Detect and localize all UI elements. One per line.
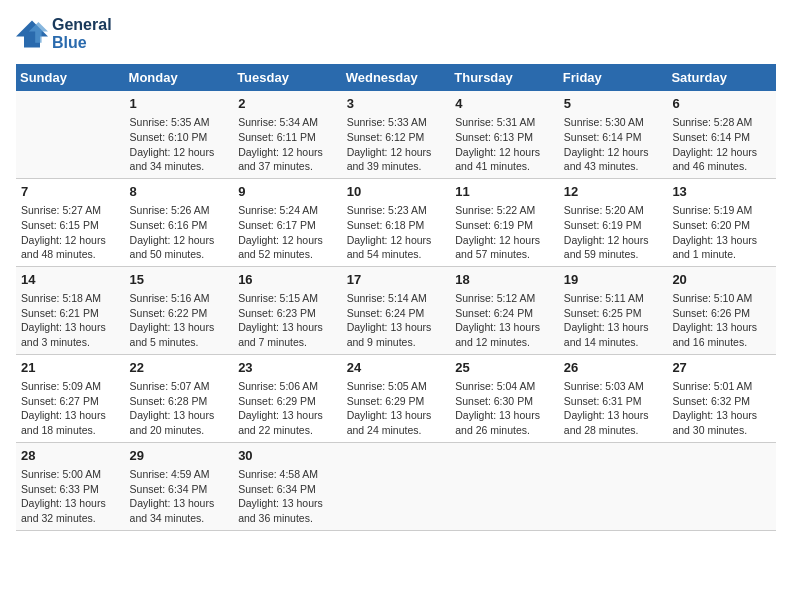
calendar-cell: 15Sunrise: 5:16 AM Sunset: 6:22 PM Dayli… (125, 266, 234, 354)
day-number: 26 (564, 359, 663, 377)
calendar-cell: 24Sunrise: 5:05 AM Sunset: 6:29 PM Dayli… (342, 354, 451, 442)
calendar-cell: 27Sunrise: 5:01 AM Sunset: 6:32 PM Dayli… (667, 354, 776, 442)
calendar-cell: 13Sunrise: 5:19 AM Sunset: 6:20 PM Dayli… (667, 178, 776, 266)
page-header: General Blue (16, 16, 776, 52)
calendar-cell: 14Sunrise: 5:18 AM Sunset: 6:21 PM Dayli… (16, 266, 125, 354)
day-number: 5 (564, 95, 663, 113)
day-number: 27 (672, 359, 771, 377)
day-number: 16 (238, 271, 337, 289)
calendar-cell: 10Sunrise: 5:23 AM Sunset: 6:18 PM Dayli… (342, 178, 451, 266)
logo-text-line2: Blue (52, 34, 112, 52)
calendar-cell: 19Sunrise: 5:11 AM Sunset: 6:25 PM Dayli… (559, 266, 668, 354)
day-number: 28 (21, 447, 120, 465)
calendar-cell: 1Sunrise: 5:35 AM Sunset: 6:10 PM Daylig… (125, 91, 234, 178)
day-info: Sunrise: 5:01 AM Sunset: 6:32 PM Dayligh… (672, 379, 771, 438)
svg-marker-0 (16, 20, 48, 47)
header-sunday: Sunday (16, 64, 125, 91)
day-number: 4 (455, 95, 554, 113)
day-number: 29 (130, 447, 229, 465)
calendar-cell (342, 442, 451, 530)
calendar-cell: 22Sunrise: 5:07 AM Sunset: 6:28 PM Dayli… (125, 354, 234, 442)
calendar-cell (16, 91, 125, 178)
day-number: 7 (21, 183, 120, 201)
week-row-5: 28Sunrise: 5:00 AM Sunset: 6:33 PM Dayli… (16, 442, 776, 530)
day-info: Sunrise: 5:09 AM Sunset: 6:27 PM Dayligh… (21, 379, 120, 438)
day-number: 1 (130, 95, 229, 113)
day-number: 18 (455, 271, 554, 289)
calendar-cell (667, 442, 776, 530)
logo: General Blue (16, 16, 112, 52)
header-saturday: Saturday (667, 64, 776, 91)
day-info: Sunrise: 5:03 AM Sunset: 6:31 PM Dayligh… (564, 379, 663, 438)
day-number: 2 (238, 95, 337, 113)
day-info: Sunrise: 4:58 AM Sunset: 6:34 PM Dayligh… (238, 467, 337, 526)
calendar-table: SundayMondayTuesdayWednesdayThursdayFrid… (16, 64, 776, 531)
day-info: Sunrise: 5:22 AM Sunset: 6:19 PM Dayligh… (455, 203, 554, 262)
calendar-cell: 30Sunrise: 4:58 AM Sunset: 6:34 PM Dayli… (233, 442, 342, 530)
calendar-cell (450, 442, 559, 530)
week-row-3: 14Sunrise: 5:18 AM Sunset: 6:21 PM Dayli… (16, 266, 776, 354)
day-info: Sunrise: 5:27 AM Sunset: 6:15 PM Dayligh… (21, 203, 120, 262)
day-info: Sunrise: 5:24 AM Sunset: 6:17 PM Dayligh… (238, 203, 337, 262)
day-number: 11 (455, 183, 554, 201)
calendar-cell: 23Sunrise: 5:06 AM Sunset: 6:29 PM Dayli… (233, 354, 342, 442)
logo-icon (16, 20, 48, 48)
calendar-header-row: SundayMondayTuesdayWednesdayThursdayFrid… (16, 64, 776, 91)
header-thursday: Thursday (450, 64, 559, 91)
header-tuesday: Tuesday (233, 64, 342, 91)
day-number: 8 (130, 183, 229, 201)
calendar-cell: 8Sunrise: 5:26 AM Sunset: 6:16 PM Daylig… (125, 178, 234, 266)
calendar-cell: 26Sunrise: 5:03 AM Sunset: 6:31 PM Dayli… (559, 354, 668, 442)
header-friday: Friday (559, 64, 668, 91)
calendar-cell: 20Sunrise: 5:10 AM Sunset: 6:26 PM Dayli… (667, 266, 776, 354)
day-info: Sunrise: 5:19 AM Sunset: 6:20 PM Dayligh… (672, 203, 771, 262)
day-number: 17 (347, 271, 446, 289)
calendar-cell: 17Sunrise: 5:14 AM Sunset: 6:24 PM Dayli… (342, 266, 451, 354)
week-row-4: 21Sunrise: 5:09 AM Sunset: 6:27 PM Dayli… (16, 354, 776, 442)
day-number: 6 (672, 95, 771, 113)
day-number: 10 (347, 183, 446, 201)
day-number: 20 (672, 271, 771, 289)
day-number: 23 (238, 359, 337, 377)
day-info: Sunrise: 5:07 AM Sunset: 6:28 PM Dayligh… (130, 379, 229, 438)
calendar-cell: 2Sunrise: 5:34 AM Sunset: 6:11 PM Daylig… (233, 91, 342, 178)
calendar-cell: 9Sunrise: 5:24 AM Sunset: 6:17 PM Daylig… (233, 178, 342, 266)
day-number: 22 (130, 359, 229, 377)
day-info: Sunrise: 5:35 AM Sunset: 6:10 PM Dayligh… (130, 115, 229, 174)
logo-text-line1: General (52, 16, 112, 34)
calendar-cell: 11Sunrise: 5:22 AM Sunset: 6:19 PM Dayli… (450, 178, 559, 266)
day-number: 3 (347, 95, 446, 113)
day-info: Sunrise: 5:34 AM Sunset: 6:11 PM Dayligh… (238, 115, 337, 174)
day-info: Sunrise: 5:00 AM Sunset: 6:33 PM Dayligh… (21, 467, 120, 526)
day-info: Sunrise: 5:33 AM Sunset: 6:12 PM Dayligh… (347, 115, 446, 174)
day-info: Sunrise: 5:06 AM Sunset: 6:29 PM Dayligh… (238, 379, 337, 438)
calendar-cell: 16Sunrise: 5:15 AM Sunset: 6:23 PM Dayli… (233, 266, 342, 354)
day-info: Sunrise: 5:11 AM Sunset: 6:25 PM Dayligh… (564, 291, 663, 350)
calendar-cell (559, 442, 668, 530)
header-wednesday: Wednesday (342, 64, 451, 91)
header-monday: Monday (125, 64, 234, 91)
calendar-cell: 5Sunrise: 5:30 AM Sunset: 6:14 PM Daylig… (559, 91, 668, 178)
calendar-cell: 12Sunrise: 5:20 AM Sunset: 6:19 PM Dayli… (559, 178, 668, 266)
calendar-cell: 21Sunrise: 5:09 AM Sunset: 6:27 PM Dayli… (16, 354, 125, 442)
calendar-cell: 18Sunrise: 5:12 AM Sunset: 6:24 PM Dayli… (450, 266, 559, 354)
day-info: Sunrise: 5:04 AM Sunset: 6:30 PM Dayligh… (455, 379, 554, 438)
calendar-cell: 29Sunrise: 4:59 AM Sunset: 6:34 PM Dayli… (125, 442, 234, 530)
day-info: Sunrise: 5:05 AM Sunset: 6:29 PM Dayligh… (347, 379, 446, 438)
calendar-cell: 4Sunrise: 5:31 AM Sunset: 6:13 PM Daylig… (450, 91, 559, 178)
day-number: 21 (21, 359, 120, 377)
day-info: Sunrise: 5:20 AM Sunset: 6:19 PM Dayligh… (564, 203, 663, 262)
calendar-cell: 6Sunrise: 5:28 AM Sunset: 6:14 PM Daylig… (667, 91, 776, 178)
calendar-cell: 3Sunrise: 5:33 AM Sunset: 6:12 PM Daylig… (342, 91, 451, 178)
day-number: 9 (238, 183, 337, 201)
day-info: Sunrise: 5:10 AM Sunset: 6:26 PM Dayligh… (672, 291, 771, 350)
day-number: 12 (564, 183, 663, 201)
day-info: Sunrise: 5:16 AM Sunset: 6:22 PM Dayligh… (130, 291, 229, 350)
day-info: Sunrise: 5:28 AM Sunset: 6:14 PM Dayligh… (672, 115, 771, 174)
calendar-cell: 7Sunrise: 5:27 AM Sunset: 6:15 PM Daylig… (16, 178, 125, 266)
day-info: Sunrise: 5:26 AM Sunset: 6:16 PM Dayligh… (130, 203, 229, 262)
day-number: 24 (347, 359, 446, 377)
day-number: 19 (564, 271, 663, 289)
day-info: Sunrise: 5:12 AM Sunset: 6:24 PM Dayligh… (455, 291, 554, 350)
day-info: Sunrise: 5:30 AM Sunset: 6:14 PM Dayligh… (564, 115, 663, 174)
